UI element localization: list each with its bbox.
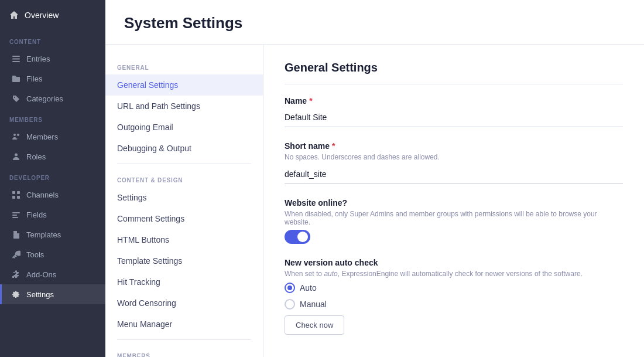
- file-icon: [11, 230, 20, 239]
- radio-option-auto[interactable]: Auto: [285, 283, 623, 293]
- sub-nav-item-template-settings[interactable]: Template Settings: [105, 250, 263, 271]
- sidebar-overview-label: Overview: [25, 11, 59, 20]
- sidebar-item-channels[interactable]: Channels: [0, 185, 105, 205]
- svg-point-5: [15, 153, 18, 156]
- sidebar: Overview CONTENT Entries Files Categorie…: [0, 0, 105, 357]
- sub-nav-item-hit-tracking[interactable]: Hit Tracking: [105, 271, 263, 293]
- sidebar-item-settings[interactable]: Settings: [0, 284, 105, 304]
- sub-nav-item-word-censoring[interactable]: Word Censoring: [105, 293, 263, 314]
- home-icon: [9, 11, 19, 20]
- sidebar-item-categories-label: Categories: [26, 94, 63, 103]
- sidebar-item-fields-label: Fields: [26, 210, 47, 219]
- sidebar-item-entries[interactable]: Entries: [0, 49, 105, 69]
- wrench-icon: [11, 250, 20, 259]
- radio-option-manual[interactable]: Manual: [285, 299, 623, 310]
- svg-rect-12: [12, 217, 18, 218]
- svg-rect-7: [17, 191, 20, 194]
- name-input[interactable]: [285, 108, 623, 127]
- sub-nav-item-debugging-output[interactable]: Debugging & Output: [105, 138, 263, 159]
- tag-icon: [11, 94, 20, 103]
- short-name-input[interactable]: [285, 165, 623, 184]
- sub-nav-section-members: MEMBERS: [105, 345, 263, 357]
- sub-nav: GENERAL General Settings URL and Path Se…: [105, 45, 263, 357]
- field-hint-website-online: When disabled, only Super Admins and mem…: [285, 210, 623, 226]
- svg-rect-2: [12, 61, 20, 62]
- field-hint-short-name: No spaces. Underscores and dashes are al…: [285, 153, 623, 161]
- sub-nav-section-general: GENERAL: [105, 56, 263, 74]
- sub-nav-item-settings[interactable]: Settings: [105, 187, 263, 208]
- sidebar-item-entries-label: Entries: [26, 55, 50, 63]
- svg-rect-0: [12, 56, 20, 57]
- website-online-toggle-wrap: [285, 230, 623, 244]
- sub-nav-item-general-settings[interactable]: General Settings: [105, 74, 263, 96]
- sidebar-item-templates-label: Templates: [26, 230, 61, 239]
- website-online-toggle[interactable]: [285, 230, 310, 244]
- sidebar-item-templates[interactable]: Templates: [0, 225, 105, 244]
- svg-point-3: [13, 134, 16, 136]
- sub-nav-section-content-design: CONTENT & DESIGN: [105, 169, 263, 187]
- sidebar-item-roles[interactable]: Roles: [0, 147, 105, 166]
- sub-nav-item-html-buttons[interactable]: HTML Buttons: [105, 229, 263, 250]
- sidebar-item-categories[interactable]: Categories: [0, 89, 105, 108]
- inner-layout: GENERAL General Settings URL and Path Se…: [105, 45, 644, 357]
- field-group-name: Name *: [285, 96, 623, 127]
- field-group-auto-check: New version auto check When set to auto,…: [285, 258, 623, 335]
- person-badge-icon: [11, 152, 20, 161]
- radio-label-manual: Manual: [300, 300, 327, 309]
- field-label-name: Name *: [285, 96, 623, 106]
- sidebar-item-fields[interactable]: Fields: [0, 205, 105, 225]
- settings-panel-title: General Settings: [285, 61, 623, 84]
- sidebar-item-files-label: Files: [26, 74, 42, 83]
- sidebar-item-files[interactable]: Files: [0, 69, 105, 89]
- settings-panel: General Settings Name * Short name * No …: [263, 45, 644, 357]
- auto-check-radio-group: Auto Manual: [285, 283, 623, 310]
- radio-label-auto: Auto: [300, 283, 317, 293]
- sidebar-item-addons-label: Add-Ons: [26, 270, 56, 279]
- page-header: System Settings: [105, 0, 644, 45]
- svg-rect-11: [12, 215, 17, 216]
- main-content: System Settings GENERAL General Settings…: [105, 0, 644, 357]
- folder-icon: [11, 74, 20, 83]
- sidebar-item-tools-label: Tools: [26, 250, 44, 259]
- list-icon: [11, 54, 20, 63]
- fields-icon: [11, 210, 20, 219]
- sidebar-item-overview[interactable]: Overview: [0, 0, 105, 30]
- field-label-website-online: Website online?: [285, 198, 623, 208]
- page-title: System Settings: [124, 14, 625, 32]
- sidebar-section-content: CONTENT: [0, 30, 105, 49]
- sub-nav-item-comment-settings[interactable]: Comment Settings: [105, 208, 263, 229]
- sub-nav-divider: [117, 164, 251, 164]
- sub-nav-item-url-path[interactable]: URL and Path Settings: [105, 96, 263, 117]
- people-icon: [11, 132, 20, 141]
- field-hint-auto-check: When set to auto, ExpressionEngine will …: [285, 270, 623, 278]
- svg-rect-6: [12, 191, 15, 194]
- field-group-website-online: Website online? When disabled, only Supe…: [285, 198, 623, 244]
- sidebar-section-developer: DEVELOPER: [0, 166, 105, 185]
- svg-rect-1: [12, 58, 20, 59]
- sub-nav-item-outgoing-email[interactable]: Outgoing Email: [105, 117, 263, 138]
- sidebar-item-members[interactable]: Members: [0, 127, 105, 147]
- radio-circle-auto: [285, 283, 295, 293]
- svg-rect-8: [12, 196, 15, 199]
- sidebar-item-add-ons[interactable]: Add-Ons: [0, 264, 105, 284]
- gear-icon: [11, 290, 20, 299]
- field-group-short-name: Short name * No spaces. Underscores and …: [285, 141, 623, 184]
- radio-circle-manual: [285, 299, 295, 310]
- svg-rect-10: [12, 212, 20, 213]
- field-label-short-name: Short name *: [285, 141, 623, 151]
- sub-nav-item-menu-manager[interactable]: Menu Manager: [105, 314, 263, 335]
- sidebar-item-members-label: Members: [26, 132, 58, 141]
- sidebar-section-members: MEMBERS: [0, 108, 105, 127]
- svg-rect-9: [17, 196, 20, 199]
- grid-icon: [11, 190, 20, 199]
- sidebar-item-roles-label: Roles: [26, 152, 46, 161]
- svg-point-4: [17, 134, 19, 136]
- field-label-auto-check: New version auto check: [285, 258, 623, 267]
- sidebar-item-channels-label: Channels: [26, 191, 59, 199]
- sidebar-item-tools[interactable]: Tools: [0, 244, 105, 264]
- field-required-name: *: [309, 96, 312, 106]
- check-now-button[interactable]: Check now: [285, 315, 344, 335]
- sub-nav-divider-2: [117, 339, 251, 340]
- field-required-short-name: *: [332, 141, 335, 151]
- puzzle-icon: [11, 270, 20, 279]
